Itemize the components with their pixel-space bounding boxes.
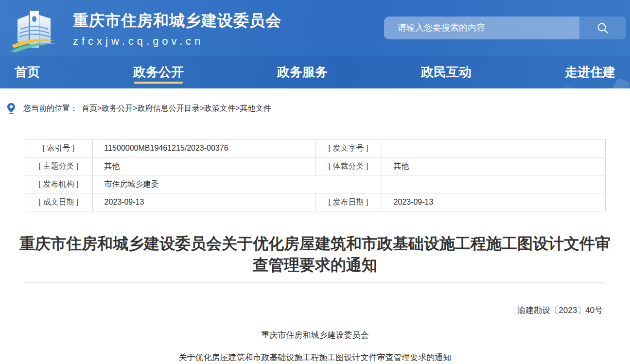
breadcrumb: 您当前的位置： 首页>政务公开>政府信息公开目录>政策文件>其他文件 bbox=[7, 103, 630, 114]
meta-value-publishing-agency: 市住房城乡建委 bbox=[92, 175, 382, 193]
main-nav: 首页 政务公开 政务服务 政民互动 走进住建 bbox=[0, 56, 630, 88]
nav-item-gov-services[interactable]: 政务服务 bbox=[277, 56, 328, 88]
article-subject-line: 关于优化房屋建筑和市政基础设施工程施工图设计文件审查管理要求的通知 bbox=[0, 352, 630, 363]
nav-item-about-housing[interactable]: 走进住建 bbox=[565, 56, 615, 88]
document-number: 渝建勘设〔2023〕40号 bbox=[0, 305, 630, 316]
meta-label-issue-number: [ 发文字号 ] bbox=[315, 139, 382, 157]
article-org-line: 重庆市住房和城乡建设委员会 bbox=[0, 329, 630, 341]
search-icon bbox=[596, 22, 609, 35]
active-tab-underline bbox=[134, 82, 183, 84]
meta-value-written-date: 2023-09-13 bbox=[92, 193, 315, 211]
table-row: [ 主题分类 ] 其他 [ 体裁分类 ] 其他 bbox=[25, 157, 605, 175]
nav-item-public-interaction[interactable]: 政民互动 bbox=[421, 56, 472, 88]
nav-item-label: 政民互动 bbox=[421, 64, 472, 81]
document-meta-table: [ 索引号 ] 11500000MB19461215/2023-00376 [ … bbox=[25, 139, 606, 211]
nav-item-label: 政务公开 bbox=[133, 64, 184, 81]
meta-value-issue-number bbox=[382, 139, 605, 157]
search-box bbox=[384, 17, 626, 39]
meta-value-subject-category: 其他 bbox=[92, 157, 315, 175]
meta-label-written-date: [ 成文日期 ] bbox=[25, 193, 92, 211]
nav-item-label: 政务服务 bbox=[277, 64, 328, 81]
nav-item-gov-info-disclosure[interactable]: 政务公开 bbox=[133, 56, 184, 88]
building-logo-icon bbox=[11, 4, 56, 52]
breadcrumb-prefix: 您当前的位置： bbox=[23, 104, 78, 114]
site-header: 重庆市住房和城乡建设委员会 zfcxjw.cq.gov.cn bbox=[0, 0, 630, 56]
meta-value-genre-category: 其他 bbox=[382, 157, 605, 175]
nav-item-home[interactable]: 首页 bbox=[15, 56, 40, 88]
site-url: zfcxjw.cq.gov.cn bbox=[73, 35, 281, 48]
table-row: [ 成文日期 ] 2023-09-13 [ 发布日期 ] 2023-09-13 bbox=[25, 193, 605, 211]
meta-label-publishing-agency: [ 发布机构 ] bbox=[25, 175, 92, 193]
table-row: [ 发布机构 ] 市住房城乡建委 bbox=[25, 175, 605, 193]
table-row: [ 索引号 ] 11500000MB19461215/2023-00376 [ … bbox=[25, 139, 605, 157]
location-pin-icon bbox=[7, 103, 16, 114]
meta-label-index-number: [ 索引号 ] bbox=[25, 139, 92, 157]
title-divider bbox=[25, 282, 605, 283]
meta-value-publish-date: 2023-09-13 bbox=[382, 193, 605, 211]
search-input[interactable] bbox=[384, 17, 579, 39]
site-title: 重庆市住房和城乡建设委员会 bbox=[73, 12, 281, 29]
meta-value-empty bbox=[382, 175, 605, 193]
nav-item-label: 首页 bbox=[15, 64, 40, 81]
search-button[interactable] bbox=[579, 17, 626, 39]
breadcrumb-path[interactable]: 首页>政务公开>政府信息公开目录>政策文件>其他文件 bbox=[82, 104, 271, 114]
meta-label-subject-category: [ 主题分类 ] bbox=[25, 157, 92, 175]
nav-item-label: 走进住建 bbox=[565, 64, 615, 81]
page-title: 重庆市住房和城乡建设委员会关于优化房屋建筑和市政基础设施工程施工图设计文件审查管… bbox=[18, 233, 612, 276]
meta-value-index-number: 11500000MB19461215/2023-00376 bbox=[92, 139, 315, 157]
site-logo[interactable] bbox=[11, 4, 56, 52]
meta-label-publish-date: [ 发布日期 ] bbox=[315, 193, 382, 211]
meta-label-genre-category: [ 体裁分类 ] bbox=[315, 157, 382, 175]
